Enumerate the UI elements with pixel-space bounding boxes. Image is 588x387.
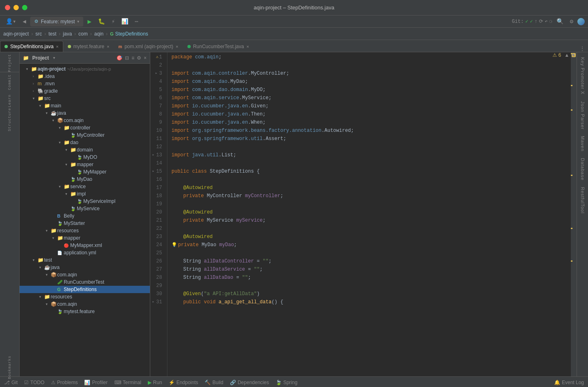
- tree-item-test-comaqin[interactable]: ▾ 📦 com.aqin: [20, 271, 150, 278]
- tree-item-test[interactable]: ▾ 📁 test: [20, 256, 150, 264]
- tree-item-myserviceimpl[interactable]: 🍃 MyServiceImpl: [20, 198, 150, 205]
- search-button[interactable]: 🔍: [554, 17, 566, 27]
- tree-item-mymapper-xml[interactable]: 🔴 MyMapper.xml: [20, 242, 150, 249]
- tree-item-mymapper[interactable]: 🍃 MyMapper: [20, 168, 150, 176]
- tree-item-gradle[interactable]: › 🐘 gradle: [20, 87, 150, 95]
- dependencies-button[interactable]: 🔗 Dependencies: [227, 379, 272, 386]
- tab-overflow[interactable]: ⋮: [580, 46, 588, 52]
- tab-pom-close[interactable]: ×: [176, 44, 178, 49]
- tree-item-root[interactable]: ▾ 📁 aqin-project ~/Java/projects/aqin-p: [20, 65, 150, 73]
- terminal-button[interactable]: ⌨ Terminal: [112, 379, 144, 386]
- project-collapse[interactable]: ⊟: [125, 55, 129, 61]
- profiler-button[interactable]: 📊 Profiler: [82, 379, 110, 386]
- tree-item-resources[interactable]: ▾ 📁 resources: [20, 227, 150, 234]
- tree-item-mydao[interactable]: 🍃 MyDao: [20, 176, 150, 183]
- code-area[interactable]: package com.aqin; import com.aqin.contro…: [167, 52, 571, 376]
- breadcrumb-test[interactable]: test: [49, 31, 56, 37]
- profile-button[interactable]: 📊: [119, 17, 131, 27]
- key-promoter-panel[interactable]: Key Promoter X: [579, 54, 587, 98]
- tab-stepdefs-close[interactable]: ×: [56, 44, 58, 49]
- structure-tool-button[interactable]: Structure: [2, 112, 18, 127]
- avatar-icon[interactable]: [577, 18, 585, 25]
- database-panel[interactable]: Database: [579, 155, 587, 184]
- tree-item-comaqin[interactable]: ▾ 📦 com.aqin: [20, 117, 150, 124]
- tree-item-controller[interactable]: ▾ 📁 controller: [20, 124, 150, 131]
- tab-runcucumber-close[interactable]: ×: [246, 44, 249, 49]
- project-close[interactable]: ×: [144, 55, 147, 61]
- git-checkmark1[interactable]: ✓: [525, 18, 528, 24]
- tree-item-test-res-comaqin[interactable]: ▾ 📦 com.aqin: [20, 300, 150, 308]
- bulb-icon[interactable]: 💡: [172, 241, 177, 249]
- more-actions-button[interactable]: ⋯: [132, 17, 140, 27]
- debug-button[interactable]: 🐛: [96, 17, 107, 27]
- project-tool-button[interactable]: Project: [2, 56, 18, 70]
- run-config[interactable]: ⚙ Feature: mytest ▾: [30, 17, 83, 27]
- tab-mytest-close[interactable]: ×: [107, 44, 109, 49]
- endpoints-button[interactable]: ⚡ Endpoints: [166, 379, 200, 386]
- avatar-button[interactable]: 👤▾: [3, 17, 18, 27]
- tree-item-domain[interactable]: ▾ 📁 domain: [20, 146, 150, 153]
- todo-button[interactable]: ☑ TODO: [22, 379, 47, 386]
- git-tool-button[interactable]: ⎇ Git: [2, 379, 20, 386]
- json-parser-panel[interactable]: Json Parser: [579, 98, 587, 133]
- tab-pom[interactable]: m pom.xml (aqin-project) ×: [114, 41, 183, 52]
- restful-tool-panel[interactable]: RestfulTool: [579, 184, 587, 217]
- tree-item-idea[interactable]: › 📁 .idea: [20, 73, 150, 80]
- git-rollback[interactable]: ↶: [545, 18, 548, 24]
- window-controls[interactable]: [5, 5, 27, 10]
- tree-item-mycontroller[interactable]: 🍃 MyController: [20, 131, 150, 139]
- coverage-button[interactable]: ⚡: [109, 17, 117, 27]
- back-button[interactable]: ◀: [20, 17, 28, 27]
- breadcrumb-com[interactable]: com: [78, 31, 88, 37]
- maximize-button[interactable]: [22, 5, 27, 10]
- tree-item-belly[interactable]: B Belly: [20, 212, 150, 220]
- tree-item-stepdefs-active[interactable]: G StepDefinitions: [20, 286, 150, 293]
- breadcrumb-project[interactable]: aqin-project: [3, 31, 29, 37]
- build-button[interactable]: 🔨 Build: [202, 379, 226, 386]
- project-locate[interactable]: 🎯: [116, 55, 122, 61]
- tree-item-mydo[interactable]: 🍃 MyDO: [20, 153, 150, 161]
- breadcrumb-src[interactable]: src: [36, 31, 42, 37]
- tree-item-impl[interactable]: ▾ 📁 impl: [20, 190, 150, 198]
- breadcrumb-java[interactable]: java: [63, 31, 72, 37]
- project-sort[interactable]: ≡: [131, 55, 134, 61]
- tree-item-runcucumber[interactable]: 🥒 RunCucumberTest: [20, 278, 150, 286]
- tree-item-test-java[interactable]: ▾ ☕ java: [20, 264, 150, 271]
- run-button[interactable]: ▶: [85, 17, 94, 27]
- bookmarks-tool-button[interactable]: Bookmarks: [2, 360, 18, 375]
- tree-item-dao[interactable]: ▾ 📁 dao: [20, 139, 150, 146]
- problems-button[interactable]: ⚠ Problems: [49, 379, 80, 386]
- tree-item-main[interactable]: ▾ 📁 main: [20, 102, 150, 109]
- minimize-button[interactable]: [13, 5, 19, 10]
- tree-item-mytest-feature[interactable]: 🍃 mytest.feature: [20, 308, 150, 315]
- tree-item-myservice[interactable]: 🍃 MyService: [20, 205, 150, 212]
- tree-item-application-yml[interactable]: 📄 application.yml: [20, 249, 150, 256]
- tree-item-mystarter[interactable]: 🍃 MyStarter: [20, 220, 150, 227]
- tree-item-java[interactable]: ▾ ☕ java: [20, 109, 150, 117]
- tree-item-mvn[interactable]: › m .mvn: [20, 80, 150, 87]
- spring-button[interactable]: 🍃 Spring: [273, 379, 300, 386]
- maven-panel[interactable]: Maven: [579, 133, 587, 155]
- project-dropdown[interactable]: ▾: [53, 56, 55, 60]
- tree-item-service[interactable]: ▾ 📁 service: [20, 183, 150, 190]
- breadcrumb-stepdefs[interactable]: G StepDefinitions: [110, 31, 148, 37]
- tab-runcucumber[interactable]: RunCucumberTest.java ×: [183, 41, 254, 52]
- tree-item-src[interactable]: ▾ 📁 src: [20, 95, 150, 102]
- run-tool-button[interactable]: ▶ Run: [145, 379, 165, 386]
- project-settings[interactable]: ⚙: [137, 55, 141, 61]
- tree-item-mapper[interactable]: ▾ 📁 mapper: [20, 161, 150, 168]
- event-log-button[interactable]: 🔔 Event Log: [552, 379, 586, 386]
- tree-item-test-resources[interactable]: ▾ 📁 resources: [20, 293, 150, 300]
- git-history[interactable]: ⟳: [539, 18, 543, 24]
- git-translate[interactable]: ⚆: [549, 18, 552, 24]
- tab-mytest[interactable]: mytest.feature ×: [63, 41, 114, 52]
- scroll-down-button[interactable]: ▼: [571, 52, 576, 58]
- scroll-up-button[interactable]: ▲: [564, 52, 569, 58]
- learn-tool-button[interactable]: Learn: [2, 93, 18, 108]
- git-checkmark2[interactable]: ✓: [530, 18, 533, 24]
- close-button[interactable]: [5, 5, 10, 10]
- git-push[interactable]: ↑: [535, 19, 537, 24]
- breadcrumb-aqin[interactable]: aqin: [94, 31, 104, 37]
- tree-item-res-mapper[interactable]: ▾ 📁 mapper: [20, 234, 150, 242]
- settings-button[interactable]: ⚙: [568, 17, 576, 27]
